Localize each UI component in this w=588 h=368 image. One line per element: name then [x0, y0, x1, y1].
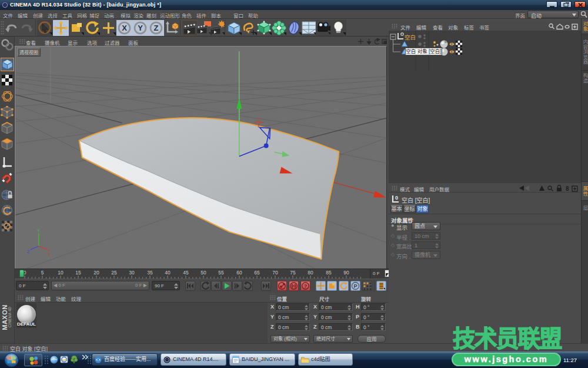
svg-text:?: ?	[304, 283, 308, 289]
svg-text:15: 15	[75, 270, 81, 276]
svg-text:40: 40	[165, 270, 171, 276]
svg-text:X: X	[48, 253, 51, 257]
svg-text:5: 5	[41, 270, 44, 276]
svg-text:60: 60	[236, 270, 242, 276]
svg-text:30: 30	[129, 270, 135, 276]
svg-text:70: 70	[272, 270, 278, 276]
svg-text:55: 55	[218, 270, 224, 276]
svg-text:45: 45	[183, 270, 189, 276]
svg-text:Z: Z	[154, 24, 159, 32]
svg-text:20: 20	[93, 270, 99, 276]
svg-text:Y: Y	[37, 228, 40, 233]
svg-text:10: 10	[58, 270, 64, 276]
svg-text:P: P	[353, 283, 357, 289]
svg-text:65: 65	[254, 270, 260, 276]
svg-text:50: 50	[201, 270, 206, 276]
svg-text:X: X	[122, 24, 127, 32]
svg-text:35: 35	[147, 270, 153, 276]
svg-text:75: 75	[290, 270, 296, 276]
svg-text:8: 8	[566, 185, 569, 192]
svg-text:Y: Y	[138, 24, 143, 32]
svg-text:0: 0	[395, 195, 398, 201]
svg-text:85: 85	[326, 270, 332, 276]
svg-text:90: 90	[343, 270, 349, 276]
svg-text:80: 80	[308, 270, 313, 276]
svg-text:Z: Z	[27, 250, 30, 254]
svg-text:25: 25	[111, 270, 117, 276]
